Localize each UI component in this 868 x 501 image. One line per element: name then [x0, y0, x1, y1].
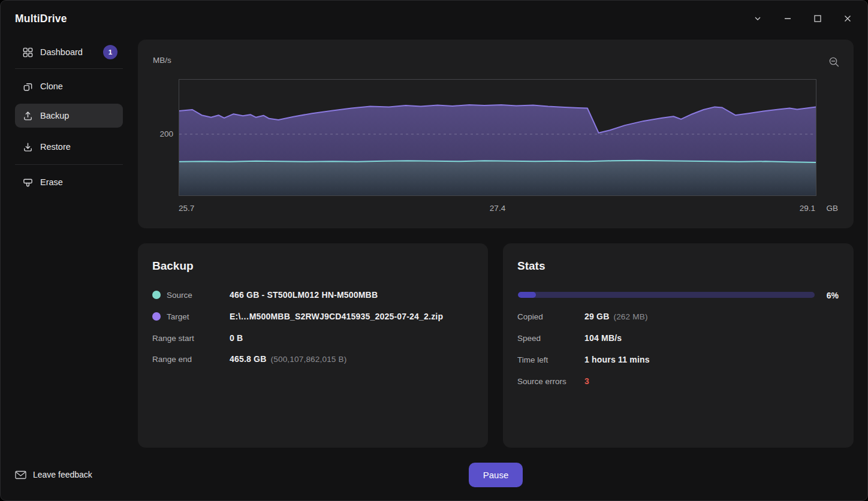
range-end-row: Range end 465.8 GB(500,107,862,015 B)	[152, 353, 474, 365]
x-axis-unit-label: GB	[826, 204, 838, 213]
zoom-out-button[interactable]	[826, 55, 842, 71]
maximize-icon	[812, 13, 823, 26]
sidebar-item-clone[interactable]: Clone	[15, 74, 123, 98]
area-chart	[179, 80, 816, 195]
x-tick-left: 25.7	[179, 204, 194, 213]
source-row: Source 466 GB - ST500LM012 HN-M500MBB	[152, 289, 474, 301]
chevron-down-icon	[752, 13, 763, 26]
x-tick-middle: 27.4	[490, 204, 505, 213]
speed-value: 104 MB/s	[584, 333, 622, 343]
dashboard-grid-icon	[22, 47, 34, 58]
sidebar-item-backup[interactable]: Backup	[15, 104, 123, 128]
source-color-dot	[152, 291, 161, 299]
stats-card-title: Stats	[517, 259, 545, 273]
sidebar-item-erase[interactable]: Erase	[15, 170, 123, 194]
maximize-button[interactable]	[803, 7, 833, 32]
dashboard-badge: 1	[103, 45, 117, 59]
menu-chevron-button[interactable]	[743, 7, 773, 32]
speed-chart-card: MB/s 200	[138, 40, 854, 228]
range-end-label: Range end	[152, 355, 192, 364]
copied-label: Copied	[517, 312, 543, 321]
close-icon	[842, 13, 853, 26]
source-value: 466 GB - ST500LM012 HN-M500MBB	[230, 290, 378, 300]
target-label: Target	[167, 312, 189, 321]
sidebar-item-label: Restore	[40, 142, 71, 152]
sidebar-divider	[15, 68, 123, 69]
range-end-bytes: (500,107,862,015 B)	[271, 355, 347, 364]
upload-icon	[22, 110, 34, 122]
time-left-row: Time left 1 hours 11 mins	[517, 354, 839, 366]
sidebar-item-restore[interactable]: Restore	[15, 135, 123, 159]
range-start-label: Range start	[152, 334, 194, 343]
sidebar: Dashboard 1 Clone Backup Restore	[1, 39, 125, 500]
target-value: E:\…M500MBB_S2RWJ9CD415935_2025-07-24_2.…	[230, 312, 443, 321]
copied-row: Copied 29 GB(262 MB)	[517, 310, 839, 322]
target-color-dot	[152, 312, 161, 321]
time-left-value: 1 hours 11 mins	[584, 355, 650, 364]
stats-card: Stats 6% Copied 29 GB(262 MB) Speed 104 …	[503, 243, 854, 448]
speed-label: Speed	[517, 334, 541, 343]
pause-button[interactable]: Pause	[469, 463, 523, 487]
x-axis: 25.7 27.4 29.1 GB	[138, 204, 854, 213]
erase-icon	[22, 177, 34, 188]
source-errors-value: 3	[584, 376, 589, 386]
sidebar-item-label: Clone	[40, 82, 63, 91]
progress-percent: 6%	[827, 291, 839, 300]
app-window: MultiDrive Dashboard	[0, 0, 868, 501]
close-button[interactable]	[833, 7, 863, 32]
minimize-icon	[782, 13, 793, 26]
zoom-out-icon	[828, 56, 840, 70]
minimize-button[interactable]	[773, 7, 803, 32]
progress-bar-fill	[518, 292, 536, 298]
download-icon	[22, 141, 34, 153]
range-start-value: 0 B	[230, 333, 243, 343]
sidebar-item-label: Dashboard	[40, 47, 83, 57]
source-series-area	[179, 161, 816, 195]
source-errors-label: Source errors	[517, 377, 566, 386]
x-tick-right: 29.1	[800, 204, 815, 213]
copied-secondary: (262 MB)	[613, 312, 647, 321]
leave-feedback-button[interactable]: Leave feedback	[15, 466, 92, 483]
time-left-label: Time left	[517, 355, 548, 364]
window-controls	[743, 7, 863, 32]
speed-chart-plot	[179, 79, 816, 196]
range-start-row: Range start 0 B	[152, 332, 474, 344]
clone-icon	[22, 81, 34, 92]
y-axis-unit-label: MB/s	[153, 56, 171, 65]
sidebar-item-label: Erase	[40, 177, 63, 187]
range-end-value: 465.8 GB(500,107,862,015 B)	[230, 354, 346, 364]
backup-card-title: Backup	[152, 259, 194, 273]
speed-row: Speed 104 MB/s	[517, 332, 839, 344]
backup-info-card: Backup Source 466 GB - ST500LM012 HN-M50…	[138, 243, 488, 448]
leave-feedback-label: Leave feedback	[33, 470, 92, 479]
copied-value: 29 GB(262 MB)	[584, 312, 648, 321]
envelope-icon	[15, 470, 33, 479]
target-row: Target E:\…M500MBB_S2RWJ9CD415935_2025-0…	[152, 310, 474, 322]
y-axis-tick-200: 200	[138, 129, 173, 138]
source-label: Source	[167, 291, 192, 300]
sidebar-item-label: Backup	[40, 111, 69, 120]
sidebar-divider	[15, 164, 123, 165]
progress-bar	[518, 292, 815, 298]
sidebar-item-dashboard[interactable]: Dashboard 1	[15, 40, 123, 64]
app-title: MultiDrive	[15, 13, 67, 25]
source-errors-row: Source errors 3	[517, 375, 839, 387]
